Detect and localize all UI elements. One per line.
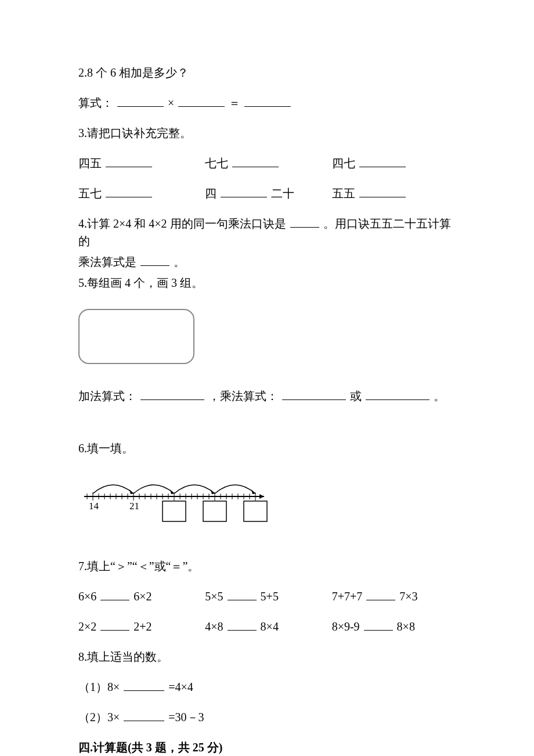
q3-r2c3: 五五 <box>332 187 355 200</box>
q6-box-3[interactable] <box>244 501 267 521</box>
q7-r1c2a: 5×5 <box>205 590 223 603</box>
q7-r1c1a: 6×6 <box>78 590 96 603</box>
q5-prompt: 5.每组画 4 个，画 3 组。 <box>78 274 459 291</box>
q3-r1c3-blank[interactable] <box>359 156 406 167</box>
q3-r2c2a: 四 <box>205 187 217 200</box>
q7-row2: 2×2 2+2 4×8 8×4 8×9-9 8×8 <box>78 618 459 635</box>
q5-bottom-c: 或 <box>350 390 362 402</box>
q8-item2a: （2）3× <box>78 711 120 723</box>
q7-r2c2-blank[interactable] <box>228 619 257 631</box>
q8-item1a: （1）8× <box>78 681 120 693</box>
q7-r2c1a: 2×2 <box>78 620 96 633</box>
q3-r2c2b: 二十 <box>271 187 294 200</box>
q6-tick2: 21 <box>129 501 139 512</box>
q4-part4: 。 <box>174 255 185 268</box>
q6-prompt: 6.填一填。 <box>78 440 459 457</box>
q4-blank-2[interactable] <box>140 254 169 266</box>
q7-prompt: 7.填上“＞”“＜”或“＝”。 <box>78 557 459 575</box>
q7-row1: 6×6 6×2 5×5 5+5 7+7+7 7×3 <box>78 588 459 605</box>
q7-r2c2b: 8×4 <box>261 620 279 633</box>
q2-equation: 算式： × ＝ <box>78 94 459 111</box>
q8-item1b: =4×4 <box>168 681 193 693</box>
q2-times: × <box>168 96 174 109</box>
svg-marker-3 <box>251 489 255 494</box>
q4-line2: 乘法算式是 。 <box>78 253 459 271</box>
q7-r1c3a: 7+7+7 <box>332 590 363 603</box>
q3-r1c1: 四五 <box>78 157 102 170</box>
q7-r2c2a: 4×8 <box>205 620 223 633</box>
q6-box-2[interactable] <box>203 501 226 521</box>
q8-item1-blank[interactable] <box>124 679 164 691</box>
q2-blank-2[interactable] <box>178 95 225 107</box>
q7-r2c3b: 8×8 <box>397 620 415 633</box>
q5-bottom-b: ，乘法算式： <box>208 390 278 402</box>
q5-blank-mul1[interactable] <box>282 388 346 400</box>
q7-r2c3a: 8×9-9 <box>332 620 360 633</box>
svg-marker-1 <box>170 489 174 494</box>
section4-heading: 四.计算题(共 3 题，共 25 分) <box>78 739 459 756</box>
q7-r1c2b: 5+5 <box>261 590 279 603</box>
q3-r1c3: 四七 <box>332 157 355 170</box>
q5-bottom-a: 加法算式： <box>78 390 136 402</box>
q7-r1c1-blank[interactable] <box>100 589 129 600</box>
q5-bottom-d: 。 <box>434 390 445 402</box>
q6-box-1[interactable] <box>163 501 186 521</box>
q8-item2: （2）3× =30－3 <box>78 708 459 726</box>
q2-eq: ＝ <box>229 96 240 109</box>
q6-number-line: 14 21 <box>78 473 459 528</box>
q3-r2c1-blank[interactable] <box>106 186 152 197</box>
q4-blank-1[interactable] <box>290 216 319 228</box>
q5-bottom: 加法算式： ，乘法算式： 或 。 <box>78 387 459 405</box>
q3-row2: 五七 四 二十 五五 <box>78 185 459 202</box>
q4-part3: 乘法算式是 <box>78 255 136 268</box>
q3-row1: 四五 七七 四七 <box>78 154 459 172</box>
q7-r1c1b: 6×2 <box>134 590 151 603</box>
q7-r2c1b: 2+2 <box>134 620 151 633</box>
q4-line1: 4.计算 2×4 和 4×2 用的同一句乘法口诀是 。用口诀五五二十五计算的 <box>78 215 459 250</box>
q5-blank-add[interactable] <box>140 388 204 400</box>
number-line-svg: 14 21 <box>78 473 270 528</box>
q3-r1c2-blank[interactable] <box>232 156 279 167</box>
q8-item1: （1）8× =4×4 <box>78 678 459 696</box>
q2-label: 算式： <box>78 96 113 109</box>
q8-prompt: 8.填上适当的数。 <box>78 648 459 665</box>
svg-marker-5 <box>259 494 264 499</box>
q3-r1c1-blank[interactable] <box>106 156 152 167</box>
q2-prompt: 2.8 个 6 相加是多少？ <box>78 64 459 81</box>
q3-r2c2-blank[interactable] <box>221 186 267 197</box>
q5-draw-box[interactable] <box>78 309 194 364</box>
q2-blank-3[interactable] <box>244 95 291 107</box>
q3-r2c1: 五七 <box>78 187 102 200</box>
q3-r1c2: 七七 <box>205 157 228 170</box>
q8-item2-blank[interactable] <box>124 710 164 721</box>
q7-r2c1-blank[interactable] <box>100 619 129 631</box>
q4-part1: 4.计算 2×4 和 4×2 用的同一句乘法口诀是 <box>78 217 286 230</box>
svg-marker-0 <box>129 489 134 494</box>
q8-item2b: =30－3 <box>168 711 204 723</box>
q7-r1c2-blank[interactable] <box>228 589 257 600</box>
q7-r1c3b: 7×3 <box>399 590 417 603</box>
q3-r2c3-blank[interactable] <box>359 186 406 197</box>
q6-tick1: 14 <box>89 501 99 512</box>
q3-prompt: 3.请把口诀补充完整。 <box>78 124 459 142</box>
q2-blank-1[interactable] <box>117 95 164 107</box>
q7-r1c3-blank[interactable] <box>366 589 395 600</box>
svg-marker-2 <box>211 489 215 494</box>
q5-blank-mul2[interactable] <box>366 388 430 400</box>
q7-r2c3-blank[interactable] <box>364 619 393 631</box>
